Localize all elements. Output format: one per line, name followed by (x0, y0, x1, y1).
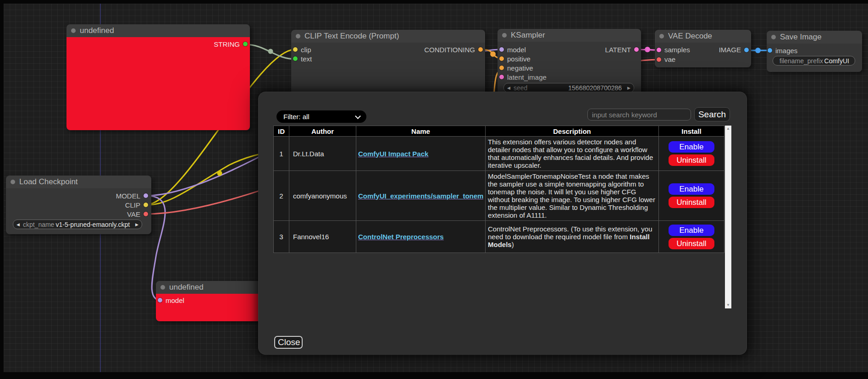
widget-decrement-arrow[interactable]: ◀ (13, 222, 23, 227)
filter-select-value: Filter: all (283, 113, 310, 121)
scroll-down-icon[interactable]: ▼ (725, 303, 731, 307)
output-label: LATENT (605, 46, 631, 54)
node-collapse-dot[interactable] (71, 28, 76, 33)
extension-link[interactable]: ComfyUI Impact Pack (358, 150, 483, 158)
node-collapse-dot[interactable] (296, 34, 300, 38)
ckpt-name-widget[interactable]: ◀ ckpt_name v1-5-pruned-emaonly.ckpt ▶ (13, 220, 142, 229)
node-title-bar: Save Image (767, 31, 862, 44)
uninstall-button[interactable]: Uninstall (669, 238, 714, 249)
table-scrollbar[interactable]: ▲ ▼ (725, 126, 731, 308)
widget-increment-arrow[interactable]: ▶ (627, 86, 634, 90)
widget-name: ckpt_name (23, 221, 54, 228)
widget-decrement-arrow[interactable]: ◀ (504, 86, 514, 90)
slot-image-output-dot[interactable] (744, 48, 749, 52)
input-label: clip (301, 46, 311, 54)
enable-button[interactable]: Enable (669, 141, 714, 153)
cell-id: 2 (274, 171, 289, 221)
node-title-bar: VAE Decode (655, 30, 751, 43)
node-title: undefined (80, 26, 114, 35)
node-title-bar: CLIP Text Encode (Prompt) (291, 30, 485, 43)
node-undefined-bottom[interactable]: undefined model (156, 281, 261, 321)
input-label: samples (664, 46, 690, 54)
enable-button[interactable]: Enable (669, 225, 714, 236)
search-button[interactable]: Search (694, 107, 730, 121)
widget-increment-arrow[interactable]: ▶ (135, 222, 142, 227)
output-label: CONDITIONING (424, 46, 475, 54)
table-row: 3 Fannovel16 ControlNet Preprocessors Co… (274, 221, 724, 253)
node-save-image[interactable]: Save Image images filename_prefix ComfyU… (767, 31, 862, 72)
chevron-down-icon (355, 113, 361, 119)
slot-samples-input-dot[interactable] (657, 48, 661, 52)
node-title: Save Image (780, 33, 822, 42)
extension-table: ID Author Name Description Install 1 Dr.… (273, 126, 724, 253)
extension-manager-dialog: Filter: all Search ID Author Name Descri… (258, 92, 747, 355)
slot-string-output-dot[interactable] (243, 42, 248, 46)
cell-author: comfyanonymous (289, 171, 356, 221)
scroll-up-icon[interactable]: ▲ (725, 127, 731, 131)
input-label: latent_image (507, 73, 547, 81)
slot-text-input-dot[interactable] (293, 56, 298, 61)
slot-model-output-dot[interactable] (144, 193, 148, 198)
node-vae-decode[interactable]: VAE Decode samples IMAGE vae (655, 30, 751, 67)
col-header-description: Description (486, 126, 659, 137)
node-collapse-dot[interactable] (659, 34, 664, 38)
widget-name: seed (514, 84, 527, 92)
slot-clip-input-dot[interactable] (293, 47, 298, 52)
input-label: model (507, 46, 526, 54)
extension-link[interactable]: ControlNet Preprocessors (358, 233, 483, 241)
table-header-row: ID Author Name Description Install (274, 126, 724, 137)
widget-value: v1-5-pruned-emaonly.ckpt (55, 221, 130, 228)
widget-value: 156680208700286 (568, 84, 622, 92)
close-button[interactable]: Close (274, 336, 303, 349)
extension-link[interactable]: ComfyUI_experiments/sampler_tonemap (358, 192, 483, 200)
slot-model-input-dot[interactable] (499, 47, 504, 52)
seed-widget[interactable]: ◀ seed 156680208700286 ▶ (503, 83, 634, 93)
wire-dot-string (268, 49, 273, 54)
node-title: CLIP Text Encode (Prompt) (304, 32, 399, 41)
output-label: IMAGE (719, 46, 741, 54)
input-label: negative (507, 64, 533, 72)
node-title-bar: undefined (66, 24, 250, 37)
cell-id: 1 (274, 137, 289, 171)
table-row: 2 comfyanonymous ComfyUI_experiments/sam… (274, 171, 724, 221)
slot-vae-input-dot[interactable] (657, 57, 661, 62)
node-title-bar: KSampler (498, 29, 641, 42)
output-label: MODEL (116, 192, 140, 200)
slot-images-input-dot[interactable] (768, 48, 772, 53)
col-header-install: Install (659, 126, 724, 137)
col-header-name: Name (356, 126, 486, 137)
enable-button[interactable]: Enable (669, 183, 714, 195)
node-title: VAE Decode (668, 32, 712, 41)
uninstall-button[interactable]: Uninstall (669, 154, 714, 166)
uninstall-button[interactable]: Uninstall (669, 197, 714, 208)
node-collapse-dot[interactable] (502, 33, 507, 38)
widget-value: ComfyUI (824, 57, 849, 65)
cell-author: Dr.Lt.Data (289, 137, 356, 171)
output-label: VAE (127, 210, 140, 218)
wire-dot-clip (217, 171, 222, 176)
node-title: undefined (169, 283, 204, 292)
node-load-checkpoint[interactable]: Load Checkpoint MODEL CLIP VAE ◀ ckpt_na… (6, 176, 151, 234)
input-label: model (166, 297, 184, 304)
filter-select[interactable]: Filter: all (276, 110, 366, 123)
slot-latent-output-dot[interactable] (634, 47, 639, 52)
input-label: positive (507, 55, 531, 63)
node-collapse-dot[interactable] (771, 35, 776, 39)
slot-conditioning-output-dot[interactable] (478, 47, 483, 52)
slot-positive-input-dot[interactable] (499, 56, 504, 61)
search-input[interactable] (587, 109, 691, 121)
filename-prefix-widget[interactable]: filename_prefix ComfyUI (773, 56, 855, 66)
wire-dot-conditioning (490, 51, 496, 57)
node-clip-text-encode[interactable]: CLIP Text Encode (Prompt) clip CONDITION… (291, 30, 485, 98)
input-label: vae (664, 55, 675, 63)
node-title: KSampler (511, 31, 545, 40)
slot-negative-input-dot[interactable] (499, 66, 504, 70)
slot-latent-image-input-dot[interactable] (499, 75, 504, 79)
node-undefined-top[interactable]: undefined STRING (66, 24, 250, 130)
node-collapse-dot[interactable] (11, 180, 15, 184)
node-collapse-dot[interactable] (160, 285, 165, 290)
slot-model-input-dot[interactable] (158, 298, 162, 302)
slot-clip-output-dot[interactable] (144, 203, 148, 207)
col-header-author: Author (289, 126, 356, 137)
slot-vae-output-dot[interactable] (144, 212, 148, 216)
